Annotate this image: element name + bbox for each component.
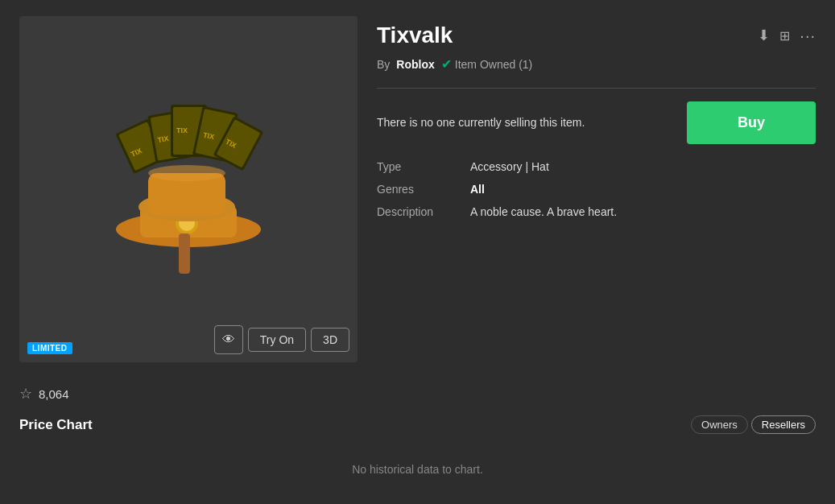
buy-section: There is no one currently selling this i…: [377, 101, 816, 144]
description-label: Description: [377, 205, 457, 218]
buy-button[interactable]: Buy: [687, 101, 816, 144]
svg-rect-19: [179, 233, 190, 274]
check-icon: ✔: [441, 56, 452, 72]
eye-icon: 👁: [222, 333, 235, 347]
item-image-container: TIX TIX TIX TIX TIX: [19, 16, 358, 362]
divider: [377, 88, 816, 89]
header-icons: ⬇ ⊞ ···: [758, 27, 816, 45]
favorites-count: 8,064: [39, 387, 69, 401]
item-details: Tixvalk ⬇ ⊞ ··· By Roblox ✔ Item Owned (…: [377, 16, 816, 362]
genres-label: Genres: [377, 183, 457, 196]
type-row: Type Accessory | Hat: [377, 160, 816, 173]
svg-text:TIX: TIX: [176, 126, 188, 134]
owners-tab[interactable]: Owners: [691, 415, 748, 434]
genres-row: Genres All: [377, 183, 816, 196]
resellers-tab[interactable]: Resellers: [751, 415, 816, 434]
try-on-button[interactable]: Try On: [248, 328, 306, 352]
chart-tabs: Owners Resellers: [691, 415, 816, 434]
owned-badge: ✔ Item Owned (1): [441, 56, 532, 72]
item-image: TIX TIX TIX TIX TIX: [68, 68, 309, 310]
three-d-button[interactable]: 3D: [311, 328, 349, 352]
star-icon[interactable]: ☆: [19, 385, 32, 403]
by-label: By: [377, 58, 390, 71]
item-creator: By Roblox ✔ Item Owned (1): [377, 56, 816, 72]
description-row: Description A noble cause. A brave heart…: [377, 205, 816, 218]
item-buttons: 👁 Try On 3D: [214, 325, 349, 354]
svg-point-22: [148, 165, 225, 181]
top-section: TIX TIX TIX TIX TIX: [19, 16, 816, 362]
item-header: Tixvalk ⬇ ⊞ ···: [377, 23, 816, 48]
more-icon[interactable]: ···: [800, 27, 816, 45]
item-title: Tixvalk: [377, 23, 453, 48]
limited-badge: LIMITED: [27, 342, 72, 354]
price-chart-title: Price Chart: [19, 417, 93, 433]
no-sellers-text: There is no one currently selling this i…: [377, 115, 585, 131]
type-value: Accessory | Hat: [470, 160, 549, 173]
description-value: A noble cause. A brave heart.: [470, 205, 617, 218]
layout-icon[interactable]: ⊞: [779, 28, 790, 43]
genres-value: All: [470, 183, 485, 196]
bottom-section: ☆ 8,064 Price Chart Owners Resellers No …: [19, 382, 816, 504]
download-icon[interactable]: ⬇: [758, 27, 770, 44]
chart-empty: No historical data to chart.: [19, 447, 816, 492]
price-chart-header: Price Chart Owners Resellers: [19, 415, 816, 434]
type-label: Type: [377, 160, 457, 173]
page-container: TIX TIX TIX TIX TIX: [0, 0, 835, 504]
owned-text: Item Owned (1): [455, 58, 532, 71]
favorites-row: ☆ 8,064: [19, 385, 816, 403]
creator-name[interactable]: Roblox: [396, 58, 434, 71]
info-table: Type Accessory | Hat Genres All Descript…: [377, 160, 816, 218]
eye-button[interactable]: 👁: [214, 325, 243, 354]
